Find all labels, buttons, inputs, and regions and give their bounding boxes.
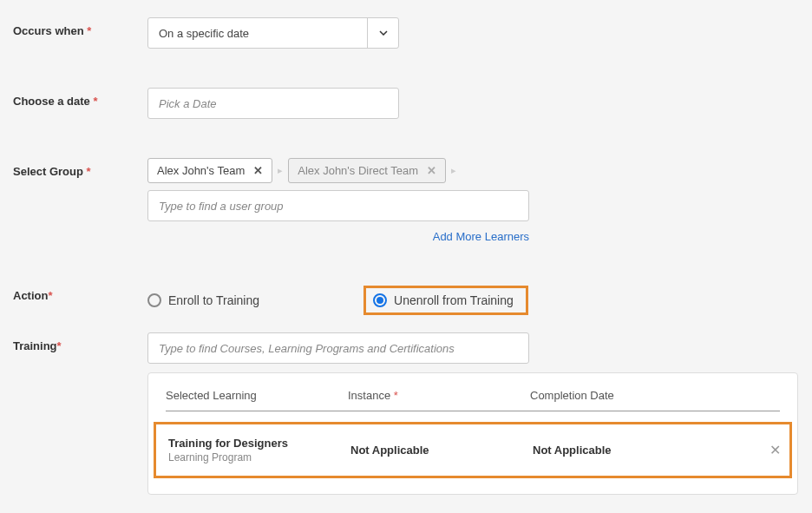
radio-unenroll[interactable]: Unenroll from Training: [373, 293, 514, 307]
add-more-learners-link[interactable]: Add More Learners: [433, 230, 529, 243]
training-table-header: Selected Learning Instance * Completion …: [166, 389, 780, 411]
training-search-input[interactable]: [147, 332, 529, 364]
radio-unenroll-label: Unenroll from Training: [394, 293, 514, 307]
header-selected-learning: Selected Learning: [166, 389, 348, 402]
group-tag-label: Alex John's Direct Team: [298, 164, 418, 177]
chevron-right-icon: ▸: [278, 165, 283, 176]
action-label: Action*: [13, 282, 147, 302]
chevron-down-icon[interactable]: [367, 18, 398, 48]
training-title: Training for Designers: [168, 437, 350, 450]
occurs-when-label: Occurs when *: [13, 17, 147, 37]
radio-icon: [147, 293, 161, 307]
training-subtitle: Learning Program: [168, 451, 350, 464]
date-input[interactable]: [147, 88, 399, 119]
header-completion-date: Completion Date: [530, 389, 754, 402]
training-label: Training*: [13, 332, 147, 352]
action-radio-group: Enroll to Training Unenroll from Trainin…: [147, 282, 799, 315]
occurs-when-select[interactable]: On a specific date: [147, 17, 399, 49]
group-tags: Alex John's Team ✕ ▸ Alex John's Direct …: [147, 158, 799, 183]
training-instance: Not Applicable: [350, 444, 533, 457]
close-icon[interactable]: ✕: [769, 443, 781, 457]
training-row-highlight: Training for Designers Learning Program …: [154, 422, 792, 478]
group-tag[interactable]: Alex John's Team ✕: [147, 158, 272, 183]
occurs-when-value: On a specific date: [148, 27, 367, 40]
training-panel: Selected Learning Instance * Completion …: [147, 372, 798, 495]
radio-enroll[interactable]: Enroll to Training: [147, 293, 259, 307]
close-icon[interactable]: ✕: [253, 164, 263, 177]
select-group-label: Select Group *: [13, 158, 147, 178]
chevron-right-icon: ▸: [451, 165, 456, 176]
close-icon: ✕: [427, 164, 436, 177]
group-tag-label: Alex John's Team: [157, 164, 245, 177]
radio-icon: [373, 293, 387, 307]
choose-date-label: Choose a date *: [13, 88, 147, 108]
group-tag: Alex John's Direct Team ✕: [288, 158, 446, 183]
unenroll-highlight: Unenroll from Training: [363, 286, 528, 315]
group-search-input[interactable]: [147, 190, 529, 221]
training-completion-date: Not Applicable: [533, 444, 755, 457]
header-instance: Instance *: [348, 389, 530, 402]
radio-enroll-label: Enroll to Training: [168, 293, 259, 307]
